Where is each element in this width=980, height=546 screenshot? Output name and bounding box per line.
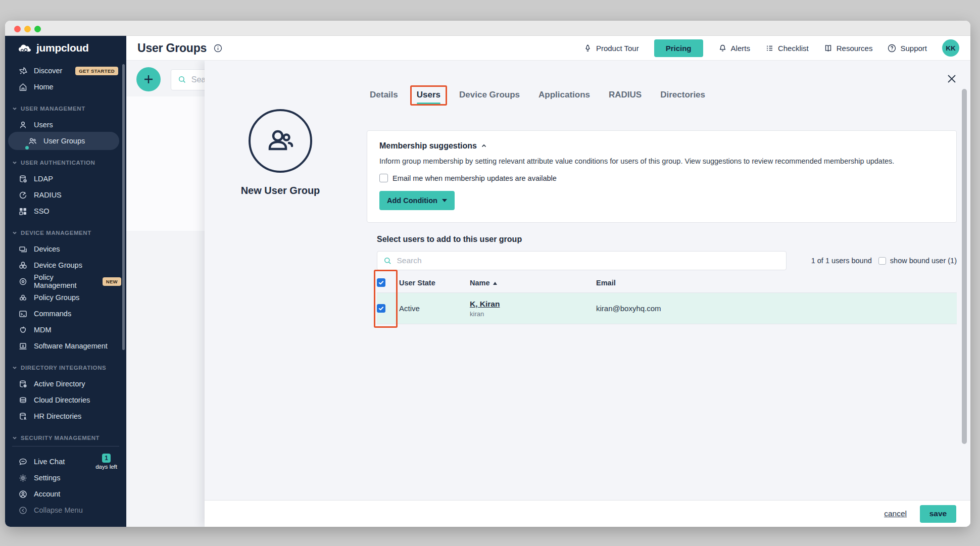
cloud-directory-icon (18, 395, 28, 405)
users-table-header: User State Name Email (377, 273, 957, 293)
sidebar-item-user-groups[interactable]: User Groups (5, 133, 126, 149)
column-header-email[interactable]: Email (596, 279, 957, 287)
logo-wordmark: jumpcloud (36, 42, 88, 54)
sidebar-item-software-management[interactable]: Software Management (5, 338, 126, 354)
sidebar-item-hr-directories[interactable]: HR Directories (5, 408, 126, 424)
tab-radius[interactable]: RADIUS (609, 90, 642, 104)
chevron-down-icon (12, 435, 17, 440)
tab-device-groups[interactable]: Device Groups (459, 90, 520, 104)
radius-dial-icon (18, 190, 28, 200)
drawer-scrollbar[interactable] (962, 89, 967, 444)
trial-days-left: 1 days left (95, 454, 117, 470)
sidebar-item-users[interactable]: Users (5, 117, 126, 133)
account-icon (18, 489, 28, 499)
add-user-group-button[interactable] (136, 67, 161, 91)
software-icon (18, 341, 28, 351)
user-group-icon (28, 136, 37, 146)
cloud-logo-icon (17, 42, 32, 54)
membership-suggestions-toggle[interactable]: Membership suggestions (379, 141, 944, 151)
sidebar-item-radius[interactable]: RADIUS (5, 187, 126, 203)
chevron-down-icon (12, 160, 17, 165)
users-search-input[interactable] (397, 256, 780, 265)
membership-description: Inform group membership by setting relev… (379, 157, 944, 165)
sidebar-item-cloud-directories[interactable]: Cloud Directories (5, 392, 126, 408)
user-name-link[interactable]: K, Kiran (470, 300, 596, 309)
sidebar-item-account[interactable]: Account (5, 486, 126, 502)
sidebar-item-home[interactable]: Home (5, 79, 126, 95)
tab-details[interactable]: Details (370, 90, 398, 104)
product-tour-button[interactable]: Product Tour (583, 44, 639, 53)
show-bound-checkbox[interactable] (878, 257, 886, 265)
sidebar-section-security-management[interactable]: SECURITY MANAGEMENT (5, 424, 126, 443)
save-button[interactable]: save (920, 505, 956, 523)
email-updates-checkbox-row[interactable]: Email me when membership updates are ava… (379, 174, 944, 182)
sidebar-item-policy-management[interactable]: Policy Management NEW (5, 273, 126, 289)
database-icon (18, 174, 28, 184)
devices-icon (18, 244, 28, 254)
sidebar-item-device-groups[interactable]: Device Groups (5, 257, 126, 273)
sidebar-item-label: Devices (34, 245, 60, 253)
sidebar-item-devices[interactable]: Devices (5, 241, 126, 257)
rocket-icon (583, 44, 592, 53)
sidebar-section-directory-integrations[interactable]: DIRECTORY INTEGRATIONS (5, 354, 126, 376)
minimize-window-button[interactable] (24, 26, 31, 32)
checklist-button[interactable]: Checklist (765, 44, 809, 53)
table-row[interactable]: Active K, Kiran kiran kiran@boxyhq.com (377, 293, 957, 324)
close-window-button[interactable] (14, 26, 21, 32)
search-icon (383, 257, 391, 265)
cell-user-state: Active (399, 304, 470, 313)
sort-ascending-icon (493, 282, 497, 285)
sidebar-section-user-authentication[interactable]: USER AUTHENTICATION (5, 149, 126, 171)
cancel-button[interactable]: cancel (884, 509, 907, 518)
row-checkbox[interactable] (377, 304, 385, 313)
sidebar-item-label: Discover (34, 67, 62, 75)
sidebar-item-policy-groups[interactable]: Policy Groups (5, 289, 126, 306)
zoom-window-button[interactable] (34, 26, 41, 32)
chevron-down-icon (12, 230, 17, 235)
jumpcloud-logo: jumpcloud (17, 42, 88, 54)
sidebar-item-label: Home (34, 83, 54, 91)
support-button[interactable]: Support (888, 44, 927, 53)
show-bound-user-toggle[interactable]: show bound user (1) (878, 257, 957, 265)
column-header-name[interactable]: Name (470, 279, 596, 287)
tab-directories[interactable]: Directories (660, 90, 705, 104)
sidebar-item-ldap[interactable]: LDAP (5, 171, 126, 187)
sidebar-item-collapse-menu[interactable]: Collapse Menu (5, 502, 126, 518)
tab-applications[interactable]: Applications (538, 90, 590, 104)
window-titlebar (5, 21, 970, 36)
sidebar-section-user-management[interactable]: USER MANAGEMENT (5, 95, 126, 117)
drawer-tabs: Details Users Device Groups Applications… (370, 90, 705, 104)
sidebar-item-label: RADIUS (34, 191, 62, 199)
sidebar-item-sso[interactable]: SSO (5, 203, 126, 219)
sidebar-section-device-management[interactable]: DEVICE MANAGEMENT (5, 219, 126, 241)
alerts-button[interactable]: Alerts (718, 44, 750, 53)
email-updates-checkbox[interactable] (379, 174, 388, 182)
username: kiran (470, 310, 596, 318)
sidebar-item-discover[interactable]: Discover GET STARTED (5, 63, 126, 79)
user-avatar[interactable]: KK (942, 39, 959, 57)
tab-users[interactable]: Users (417, 90, 440, 104)
gear-icon (18, 473, 28, 483)
app-window: jumpcloud Discover GET STARTED Home USER… (5, 21, 970, 527)
sidebar-item-live-chat[interactable]: Live Chat 1 days left (5, 454, 126, 470)
select-all-checkbox[interactable] (377, 278, 385, 287)
sidebar-item-label: Policy Groups (34, 293, 79, 302)
sidebar-divider (12, 446, 119, 446)
new-user-group-drawer: New User Group Details Users Device Grou… (205, 61, 970, 527)
sidebar-scrollbar[interactable] (122, 64, 125, 350)
info-icon[interactable] (214, 44, 222, 53)
sidebar-item-mdm[interactable]: MDM (5, 322, 126, 338)
sidebar-item-label: User Groups (43, 137, 85, 145)
new-badge: NEW (103, 277, 121, 286)
users-search-box[interactable] (377, 251, 787, 270)
sidebar-item-settings[interactable]: Settings (5, 470, 126, 486)
sidebar-item-commands[interactable]: Commands (5, 306, 126, 322)
column-header-user-state[interactable]: User State (399, 279, 470, 287)
sso-grid-icon (18, 207, 28, 216)
add-condition-button[interactable]: Add Condition (379, 191, 455, 210)
users-table: User State Name Email Active K, Kiran ki… (377, 273, 957, 324)
sidebar-item-active-directory[interactable]: Active Directory (5, 376, 126, 392)
resources-button[interactable]: Resources (824, 44, 873, 53)
pricing-button[interactable]: Pricing (654, 39, 703, 57)
terminal-icon (18, 309, 28, 319)
